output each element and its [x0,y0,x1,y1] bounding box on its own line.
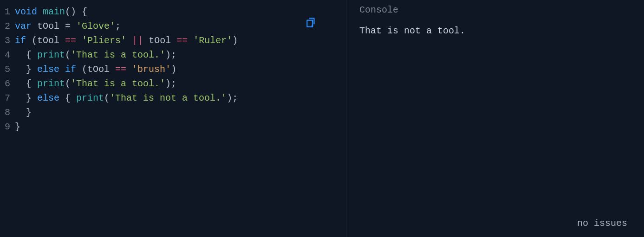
code-editor-pane[interactable]: 1void main() {2var tOol = 'Glove';3if (t… [0,0,346,237]
code-line[interactable]: 8 } [0,105,346,120]
code-token: 'Ruler' [193,35,232,46]
code-line[interactable]: 6 { print('That is a tool.'); [0,77,346,91]
code-token: 'Glove' [76,21,115,32]
console-output: That is not a tool. [359,24,644,38]
code-token: else if [37,64,76,75]
code-token [188,35,193,46]
code-token: == [65,35,76,46]
line-number: 2 [0,19,15,33]
line-number: 3 [0,33,15,48]
copy-icon [305,16,318,28]
code-token: ) [171,64,176,75]
code-token: ( [65,50,71,60]
code-token: ); [165,50,176,60]
code-token [32,21,37,32]
code-text[interactable]: if (tOol == 'Pliers' || tOol == 'Ruler') [15,33,346,48]
code-token [126,35,132,46]
code-token: ( [76,64,87,75]
code-text[interactable]: } [15,105,346,120]
line-number: 6 [0,77,15,91]
code-token: = [59,21,76,32]
code-token: 'That is a tool.' [71,78,165,89]
code-token [59,35,65,46]
code-token: } [15,107,32,118]
copy-button[interactable] [305,16,318,29]
code-line[interactable]: 4 { print('That is a tool.'); [0,48,346,62]
status-text: no issues [577,216,627,231]
code-text[interactable]: } [15,120,346,134]
code-token: ( [26,35,37,46]
code-line[interactable]: 7 } else { print('That is not a tool.'); [0,91,346,105]
code-token: main [43,6,65,17]
code-token: void [15,6,37,17]
code-token [110,64,115,75]
code-token: 'Pliers' [82,35,126,46]
code-line[interactable]: 1void main() { [0,5,346,19]
console-title: Console [359,3,644,17]
line-number: 7 [0,91,15,105]
code-token: tOol [149,35,171,46]
code-line[interactable]: 2var tOol = 'Glove'; [0,19,346,33]
code-token: } [15,93,37,103]
code-token: ; [115,21,121,32]
code-line[interactable]: 5 } else if (tOol == 'brush') [0,62,346,77]
code-token [143,35,149,46]
code-token: print [37,50,65,60]
code-token: tOol [87,64,110,75]
code-token [37,6,43,17]
code-line[interactable]: 3if (tOol == 'Pliers' || tOol == 'Ruler'… [0,33,346,48]
code-token: if [15,35,26,46]
code-token: } [15,122,20,132]
code-text[interactable]: void main() { [15,5,346,19]
code-line[interactable]: 9} [0,120,346,134]
app-root: 1void main() {2var tOol = 'Glove';3if (t… [0,0,644,237]
code-token: == [115,64,126,75]
line-number: 5 [0,62,15,77]
code-token: } [15,64,37,75]
code-token: { [15,78,37,89]
code-token [76,35,82,46]
code-token: 'That is a tool.' [71,50,165,60]
code-token: tOol [37,35,59,46]
code-token: print [37,78,65,89]
code-token [126,64,132,75]
console-pane: Console That is not a tool. no issues [346,0,644,237]
code-token: ( [104,93,110,103]
code-token: tOol [37,21,59,32]
code-token: == [176,35,188,46]
code-token [171,35,176,46]
code-token: ( [65,78,71,89]
code-token: () { [65,6,87,17]
code-token: { [59,93,76,103]
line-number: 8 [0,105,15,120]
code-text[interactable]: } else if (tOol == 'brush') [15,62,346,77]
code-token: ); [165,78,176,89]
code-token: else [37,93,59,103]
code-text[interactable]: { print('That is a tool.'); [15,48,346,62]
code-token: { [15,50,37,60]
code-token: || [132,35,143,46]
code-text[interactable]: var tOol = 'Glove'; [15,19,346,33]
code-token: ); [227,93,238,103]
code-token: ) [232,35,238,46]
line-number: 1 [0,5,15,19]
code-token: var [15,21,32,32]
code-token: 'That is not a tool.' [110,93,227,103]
line-number: 9 [0,120,15,134]
code-token: 'brush' [132,64,171,75]
code-lines[interactable]: 1void main() {2var tOol = 'Glove';3if (t… [0,5,346,134]
line-number: 4 [0,48,15,62]
code-text[interactable]: { print('That is a tool.'); [15,77,346,91]
code-text[interactable]: } else { print('That is not a tool.'); [15,91,346,105]
code-token: print [76,93,104,103]
